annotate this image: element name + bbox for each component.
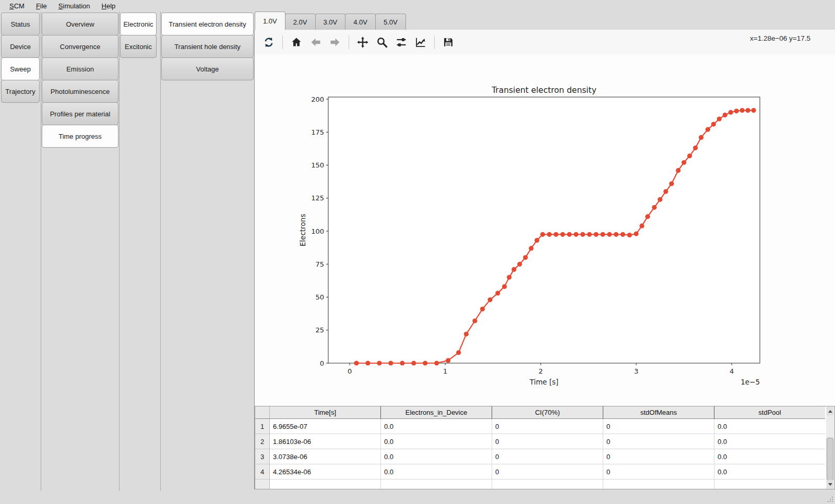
row-number: 4 <box>255 464 270 479</box>
svg-text:25: 25 <box>315 326 324 334</box>
tab-4-0v[interactable]: 4.0V <box>345 14 376 30</box>
refresh-button[interactable] <box>261 34 277 50</box>
cell-electrons[interactable]: 0.0 <box>381 434 492 449</box>
nav-electronic[interactable]: Electronic <box>120 13 157 35</box>
cell-stdpool[interactable]: 0.0 <box>714 464 825 479</box>
table-corner-cell <box>255 406 270 419</box>
svg-text:4: 4 <box>730 367 734 375</box>
table-vertical-scrollbar[interactable] <box>826 406 835 489</box>
cell-stdpool[interactable]: 0.0 <box>714 419 825 434</box>
cell-ci[interactable]: 0 <box>492 434 603 449</box>
nav-overview[interactable]: Overview <box>42 13 118 35</box>
cell-stdpool[interactable]: 0.0 <box>714 449 825 464</box>
nav-trajectory[interactable]: Trajectory <box>1 80 40 103</box>
cell-electrons[interactable]: 0.0 <box>381 449 492 464</box>
nav-transient-hole-density[interactable]: Transient hole density <box>161 35 254 58</box>
toolbar-separator <box>282 35 283 49</box>
back-button[interactable] <box>308 34 324 50</box>
table-row-partial <box>255 479 826 489</box>
nav-sweep-pages: Overview Convergence Emission Photolumin… <box>42 13 118 148</box>
nav-profiles-per-material[interactable]: Profiles per material <box>42 102 118 125</box>
nav-status[interactable]: Status <box>1 13 40 35</box>
refresh-icon <box>263 36 275 49</box>
cell-time[interactable]: 3.0738e-06 <box>270 449 381 464</box>
nav-photoluminescence[interactable]: Photoluminescence <box>42 80 118 103</box>
svg-text:1: 1 <box>443 367 447 375</box>
toolbar-separator <box>349 35 349 49</box>
cell-electrons[interactable]: 0.0 <box>381 419 492 434</box>
svg-text:Electrons: Electrons <box>299 214 307 246</box>
row-number: 3 <box>255 449 270 464</box>
column-header-stdpool[interactable]: stdPool <box>714 406 825 419</box>
cell-stdofmeans[interactable]: 0 <box>603 449 714 464</box>
tab-3-0v[interactable]: 3.0V <box>315 14 346 30</box>
cursor-coordinates: x=1.28e−06 y=17.5 <box>750 34 810 42</box>
nav-transient-electron-density[interactable]: Transient electron density <box>161 13 254 35</box>
scroll-down-button[interactable] <box>827 480 833 488</box>
cell-ci[interactable]: 0 <box>492 464 603 479</box>
cell-stdofmeans[interactable]: 0 <box>603 434 714 449</box>
row-number: 2 <box>255 434 270 449</box>
svg-text:50: 50 <box>315 293 324 301</box>
resize-grip[interactable] <box>827 496 833 502</box>
row-number <box>255 479 270 489</box>
menu-help[interactable]: Help <box>97 1 121 11</box>
tab-2-0v[interactable]: 2.0V <box>285 14 316 30</box>
column-separator <box>160 11 161 491</box>
nav-carrier-type: Electronic Excitonic <box>120 13 157 58</box>
cell-electrons[interactable]: 0.0 <box>381 464 492 479</box>
nav-plot-type: Transient electron density Transient hol… <box>161 13 254 80</box>
cell-ci[interactable]: 0 <box>492 449 603 464</box>
customize-plot-button[interactable] <box>413 34 428 50</box>
column-header-ci[interactable]: CI(70%) <box>492 406 603 419</box>
menu-simulation[interactable]: Simulation <box>53 1 96 11</box>
figure-svg[interactable]: 012340255075100125150175200Transient ele… <box>255 54 835 404</box>
svg-text:2: 2 <box>539 367 543 375</box>
cell-ci[interactable]: 0 <box>492 419 603 434</box>
svg-text:150: 150 <box>311 161 324 169</box>
home-icon <box>290 36 303 49</box>
menu-bar: SCM File Simulation Help <box>0 0 835 11</box>
arrow-down-icon <box>828 483 832 486</box>
configure-subplots-button[interactable] <box>393 34 409 50</box>
scrollbar-thumb[interactable] <box>827 438 833 481</box>
forward-icon <box>329 36 341 49</box>
table-header-row: Time[s] Electrons_in_Device CI(70%) stdO… <box>255 406 826 419</box>
sliders-icon <box>395 36 408 49</box>
column-header-electrons[interactable]: Electrons_in_Device <box>381 406 492 419</box>
svg-text:175: 175 <box>311 128 324 136</box>
column-separator <box>41 11 41 491</box>
cell-time[interactable]: 1.86103e-06 <box>270 434 381 449</box>
nav-excitonic[interactable]: Excitonic <box>120 35 157 58</box>
svg-text:Transient electron density: Transient electron density <box>491 86 597 95</box>
tab-1-0v[interactable]: 1.0V <box>255 11 285 30</box>
cell-stdofmeans[interactable]: 0 <box>603 464 714 479</box>
svg-text:75: 75 <box>315 260 324 268</box>
nav-convergence[interactable]: Convergence <box>42 35 118 58</box>
nav-device[interactable]: Device <box>1 35 40 58</box>
column-header-stdofmeans[interactable]: stdOfMeans <box>603 406 714 419</box>
home-button[interactable] <box>289 34 304 50</box>
zoom-button[interactable] <box>374 34 390 50</box>
svg-text:125: 125 <box>311 194 324 202</box>
svg-text:3: 3 <box>634 367 638 375</box>
nav-emission[interactable]: Emission <box>42 57 118 80</box>
column-header-time[interactable]: Time[s] <box>270 406 381 419</box>
cell-stdpool[interactable]: 0.0 <box>714 434 825 449</box>
nav-sweep[interactable]: Sweep <box>1 57 40 80</box>
cell-time[interactable]: 4.26534e-06 <box>270 464 381 479</box>
menu-scm[interactable]: SCM <box>4 1 30 11</box>
forward-button[interactable] <box>327 34 343 50</box>
table-row: 1 6.9655e-07 0.0 0 0 0.0 <box>255 419 826 434</box>
menu-file[interactable]: File <box>31 1 52 11</box>
voltage-tabbar: 1.0V 2.0V 3.0V 4.0V 5.0V <box>255 11 406 30</box>
cell-stdofmeans[interactable]: 0 <box>603 419 714 434</box>
cell-time[interactable]: 6.9655e-07 <box>270 419 381 434</box>
arrow-up-icon <box>828 410 832 413</box>
scroll-up-button[interactable] <box>827 407 833 415</box>
nav-time-progress[interactable]: Time progress <box>42 125 118 148</box>
tab-5-0v[interactable]: 5.0V <box>375 14 406 30</box>
nav-voltage[interactable]: Voltage <box>161 57 254 80</box>
save-button[interactable] <box>440 34 456 50</box>
pan-button[interactable] <box>355 34 371 50</box>
